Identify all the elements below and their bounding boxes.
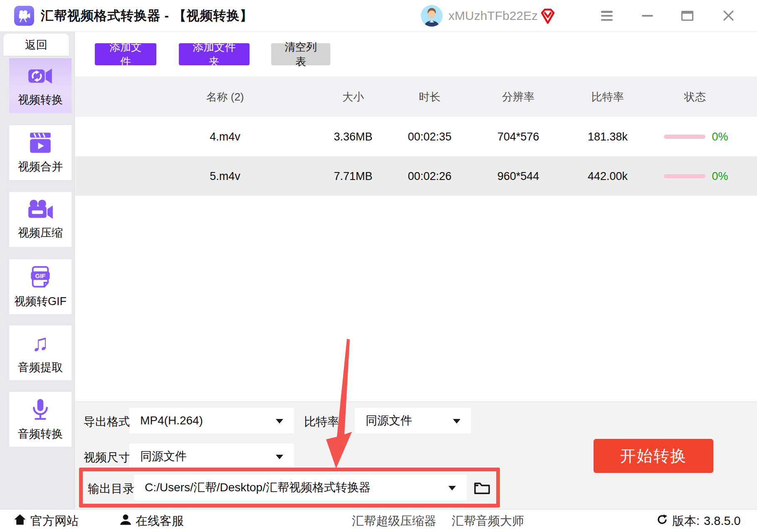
cell-duration: 00:02:35 xyxy=(408,130,451,143)
cell-duration: 00:02:26 xyxy=(408,170,451,182)
table-header: 名称 (2) 大小 时长 分辨率 比特率 状态 操作 xyxy=(75,76,757,117)
video-to-gif-icon: GIF xyxy=(29,265,52,290)
version-value: 3.8.5.0 xyxy=(704,514,741,528)
video-compress-icon xyxy=(27,199,54,222)
add-file-button[interactable]: 添加文件 xyxy=(95,43,156,65)
sidebar-item-label: 视频合并 xyxy=(18,159,63,174)
vip-badge-icon[interactable] xyxy=(539,7,557,25)
video-merge-icon xyxy=(29,131,52,155)
chevron-down-icon xyxy=(448,486,456,490)
audio-extract-icon: ♫ xyxy=(28,331,52,356)
cell-bitrate: 442.00k xyxy=(588,170,628,182)
output-dir-label: 输出目录: xyxy=(88,481,138,497)
progress-percent: 0% xyxy=(712,130,728,143)
annotation-arrow xyxy=(312,333,362,470)
sidebar-item-audio-extract[interactable]: ♫ 音频提取 xyxy=(9,325,72,380)
sidebar-item-video-merge[interactable]: 视频合并 xyxy=(9,125,72,180)
col-name: 名称 (2) xyxy=(206,89,244,104)
close-button[interactable] xyxy=(723,10,734,21)
version-label: 版本: xyxy=(672,513,700,530)
chevron-down-icon xyxy=(276,419,283,424)
col-resolution: 分辨率 xyxy=(502,89,534,104)
cell-resolution: 960*544 xyxy=(497,170,539,182)
bitrate-value: 同源文件 xyxy=(355,413,412,429)
video-size-value: 同源文件 xyxy=(129,448,187,464)
col-status: 状态 xyxy=(684,89,706,104)
export-format-label: 导出格式: xyxy=(84,414,134,430)
add-folder-button[interactable]: 添加文件夹 xyxy=(179,43,250,65)
progress-bar xyxy=(664,174,705,178)
cell-resolution: 704*576 xyxy=(497,130,539,143)
user-avatar[interactable] xyxy=(421,5,443,27)
table-row: 5.m4v 7.71MB 00:02:26 960*544 442.00k 0% xyxy=(75,156,757,196)
bitrate-dropdown[interactable]: 同源文件 xyxy=(355,408,471,433)
home-icon xyxy=(14,514,26,528)
progress-bar xyxy=(664,135,705,139)
video-convert-icon xyxy=(27,64,53,89)
footer: 官方网站 在线客服 汇帮超级压缩器 汇帮音频大师 版本: xyxy=(0,509,757,532)
sidebar-item-label: 视频压缩 xyxy=(18,225,63,240)
minimize-button[interactable] xyxy=(642,15,653,17)
back-button[interactable]: 返回 xyxy=(3,34,69,56)
app-logo-icon xyxy=(14,6,34,26)
export-format-value: MP4(H.264) xyxy=(129,414,203,427)
col-bitrate: 比特率 xyxy=(591,89,624,104)
titlebar: 汇帮视频格式转换器 - 【视频转换】 xMUzhTFb22Ez xyxy=(0,0,757,32)
window-title: 汇帮视频格式转换器 - 【视频转换】 xyxy=(41,0,253,32)
sidebar-item-video-convert[interactable]: 视频转换 xyxy=(9,58,72,113)
bitrate-label: 比特率: xyxy=(304,414,342,430)
cell-name: 5.m4v xyxy=(210,170,240,182)
cell-bitrate: 181.38k xyxy=(588,130,628,143)
app-window: 汇帮视频格式转换器 - 【视频转换】 xMUzhTFb22Ez xyxy=(0,0,757,532)
chevron-down-icon xyxy=(276,455,283,459)
output-dir-dropdown[interactable]: C:/Users/汇帮/Desktop/汇帮视频格式转换器 xyxy=(134,475,467,500)
person-icon xyxy=(120,514,131,528)
sidebar-item-label: 音频提取 xyxy=(18,360,63,375)
browse-folder-icon[interactable] xyxy=(473,480,491,495)
sidebar: 返回 视频转换 xyxy=(0,32,75,509)
version-info: 版本: 3.8.5.0 xyxy=(656,510,741,532)
maximize-button[interactable] xyxy=(681,11,693,21)
audio-convert-icon xyxy=(30,398,51,423)
sidebar-item-audio-convert[interactable]: 音频转换 xyxy=(9,392,72,447)
username-label[interactable]: xMUzhTFb22Ez xyxy=(448,0,538,32)
output-dir-value: C:/Users/汇帮/Desktop/汇帮视频格式转换器 xyxy=(134,480,371,495)
progress-percent: 0% xyxy=(712,170,728,182)
svg-text:♫: ♫ xyxy=(32,331,49,355)
sidebar-item-label: 视频转GIF xyxy=(14,294,67,309)
svg-text:GIF: GIF xyxy=(35,272,45,279)
online-service-link[interactable]: 在线客服 xyxy=(120,510,184,532)
col-size: 大小 xyxy=(342,89,364,104)
cell-name: 4.m4v xyxy=(210,130,240,143)
menu-hamburger-icon[interactable] xyxy=(601,11,613,21)
table-row: 4.m4v 3.36MB 00:02:35 704*576 181.38k 0% xyxy=(75,117,757,156)
official-site-link[interactable]: 官方网站 xyxy=(14,510,79,532)
settings-panel: 导出格式: MP4(H.264) 比特率: 同源文件 视频尺寸: 同源文件 输出… xyxy=(75,401,757,509)
clear-list-button[interactable]: 清空列表 xyxy=(271,43,330,65)
col-duration: 时长 xyxy=(419,89,440,104)
sidebar-item-video-to-gif[interactable]: GIF 视频转GIF xyxy=(9,259,72,314)
audio-master-product-link[interactable]: 汇帮音频大师 xyxy=(452,510,524,532)
sidebar-item-label: 音频转换 xyxy=(18,426,63,441)
refresh-icon[interactable] xyxy=(656,514,668,528)
cell-size: 7.71MB xyxy=(334,170,372,182)
sidebar-item-video-compress[interactable]: 视频压缩 xyxy=(9,192,72,247)
compressor-product-link[interactable]: 汇帮超级压缩器 xyxy=(352,510,436,532)
chevron-down-icon xyxy=(453,419,460,424)
video-size-dropdown[interactable]: 同源文件 xyxy=(129,443,294,469)
start-convert-button[interactable]: 开始转换 xyxy=(594,439,713,473)
sidebar-item-label: 视频转换 xyxy=(18,92,63,107)
cell-size: 3.36MB xyxy=(334,130,372,143)
export-format-dropdown[interactable]: MP4(H.264) xyxy=(129,408,294,433)
video-size-label: 视频尺寸: xyxy=(84,450,134,466)
